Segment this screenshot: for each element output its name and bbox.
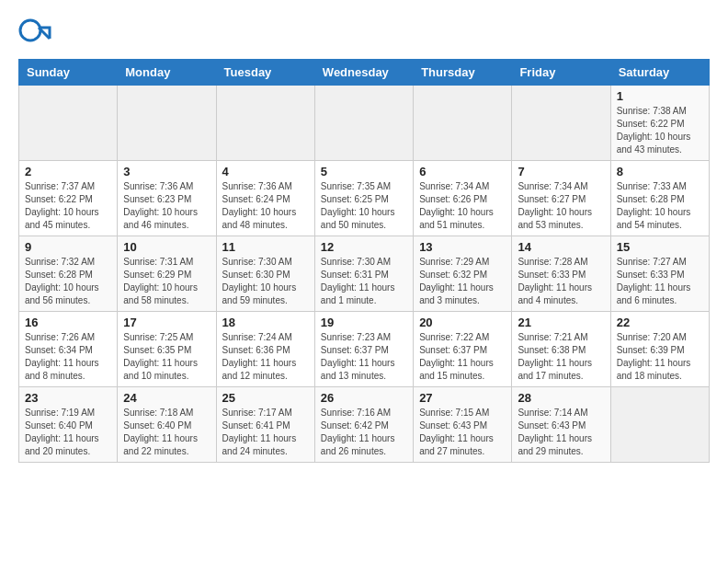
day-info: Sunrise: 7:35 AM Sunset: 6:25 PM Dayligh… — [321, 180, 407, 232]
day-info: Sunrise: 7:24 AM Sunset: 6:36 PM Dayligh… — [222, 331, 309, 383]
day-info: Sunrise: 7:25 AM Sunset: 6:35 PM Dayligh… — [123, 331, 210, 383]
day-info: Sunrise: 7:34 AM Sunset: 6:26 PM Dayligh… — [419, 180, 506, 232]
calendar-cell: 14Sunrise: 7:28 AM Sunset: 6:33 PM Dayli… — [512, 236, 610, 312]
day-info: Sunrise: 7:16 AM Sunset: 6:42 PM Dayligh… — [321, 407, 407, 458]
day-number: 25 — [222, 391, 309, 405]
weekday-header-saturday: Saturday — [610, 60, 709, 86]
day-number: 14 — [518, 240, 604, 254]
calendar-cell: 11Sunrise: 7:30 AM Sunset: 6:30 PM Dayli… — [216, 236, 314, 312]
day-info: Sunrise: 7:36 AM Sunset: 6:24 PM Dayligh… — [222, 180, 309, 232]
day-info: Sunrise: 7:15 AM Sunset: 6:43 PM Dayligh… — [419, 407, 506, 458]
calendar-cell: 21Sunrise: 7:21 AM Sunset: 6:38 PM Dayli… — [512, 312, 610, 387]
day-number: 20 — [419, 316, 506, 329]
day-number: 26 — [321, 391, 407, 405]
day-number: 2 — [25, 165, 111, 178]
calendar-week-5: 23Sunrise: 7:19 AM Sunset: 6:40 PM Dayli… — [19, 387, 710, 463]
calendar-cell: 24Sunrise: 7:18 AM Sunset: 6:40 PM Dayli… — [118, 387, 216, 463]
calendar-cell: 22Sunrise: 7:20 AM Sunset: 6:39 PM Dayli… — [610, 312, 709, 387]
calendar-cell: 10Sunrise: 7:31 AM Sunset: 6:29 PM Dayli… — [118, 236, 216, 312]
day-number: 4 — [222, 165, 309, 178]
day-info: Sunrise: 7:28 AM Sunset: 6:33 PM Dayligh… — [518, 256, 604, 307]
day-number: 1 — [617, 89, 703, 103]
calendar-cell: 17Sunrise: 7:25 AM Sunset: 6:35 PM Dayli… — [118, 312, 216, 387]
weekday-header-wednesday: Wednesday — [314, 60, 413, 86]
day-number: 21 — [518, 316, 604, 329]
calendar-cell: 5Sunrise: 7:35 AM Sunset: 6:25 PM Daylig… — [314, 161, 413, 236]
calendar-cell: 27Sunrise: 7:15 AM Sunset: 6:43 PM Dayli… — [414, 387, 512, 463]
svg-point-0 — [20, 20, 40, 40]
calendar-cell: 28Sunrise: 7:14 AM Sunset: 6:43 PM Dayli… — [512, 387, 610, 463]
day-info: Sunrise: 7:33 AM Sunset: 6:28 PM Dayligh… — [617, 180, 703, 232]
calendar-week-2: 2Sunrise: 7:37 AM Sunset: 6:22 PM Daylig… — [19, 161, 710, 236]
calendar-header: SundayMondayTuesdayWednesdayThursdayFrid… — [19, 60, 710, 86]
calendar-table: SundayMondayTuesdayWednesdayThursdayFrid… — [18, 59, 710, 463]
day-info: Sunrise: 7:36 AM Sunset: 6:23 PM Dayligh… — [123, 180, 210, 232]
calendar-cell: 1Sunrise: 7:38 AM Sunset: 6:22 PM Daylig… — [610, 86, 709, 161]
calendar-cell: 23Sunrise: 7:19 AM Sunset: 6:40 PM Dayli… — [19, 387, 118, 463]
day-info: Sunrise: 7:38 AM Sunset: 6:22 PM Dayligh… — [617, 105, 703, 156]
day-number: 24 — [123, 391, 210, 405]
calendar-cell — [216, 86, 314, 161]
day-info: Sunrise: 7:29 AM Sunset: 6:32 PM Dayligh… — [419, 256, 506, 307]
day-number: 23 — [25, 391, 111, 405]
day-number: 3 — [123, 165, 210, 178]
calendar-cell: 7Sunrise: 7:34 AM Sunset: 6:27 PM Daylig… — [512, 161, 610, 236]
calendar-cell: 8Sunrise: 7:33 AM Sunset: 6:28 PM Daylig… — [610, 161, 709, 236]
day-number: 5 — [321, 165, 407, 178]
calendar-cell — [19, 86, 118, 161]
calendar-cell — [414, 86, 512, 161]
weekday-header-tuesday: Tuesday — [216, 60, 314, 86]
day-info: Sunrise: 7:17 AM Sunset: 6:41 PM Dayligh… — [222, 407, 309, 458]
weekday-header-friday: Friday — [512, 60, 610, 86]
calendar-cell: 4Sunrise: 7:36 AM Sunset: 6:24 PM Daylig… — [216, 161, 314, 236]
day-info: Sunrise: 7:14 AM Sunset: 6:43 PM Dayligh… — [518, 407, 604, 458]
weekday-header-monday: Monday — [118, 60, 216, 86]
day-number: 16 — [25, 316, 111, 329]
day-info: Sunrise: 7:22 AM Sunset: 6:37 PM Dayligh… — [419, 331, 506, 383]
calendar-week-4: 16Sunrise: 7:26 AM Sunset: 6:34 PM Dayli… — [19, 312, 710, 387]
day-info: Sunrise: 7:18 AM Sunset: 6:40 PM Dayligh… — [123, 407, 210, 458]
calendar-cell: 3Sunrise: 7:36 AM Sunset: 6:23 PM Daylig… — [118, 161, 216, 236]
day-number: 7 — [518, 165, 604, 178]
calendar-week-1: 1Sunrise: 7:38 AM Sunset: 6:22 PM Daylig… — [19, 86, 710, 161]
day-number: 28 — [518, 391, 604, 405]
calendar-cell: 25Sunrise: 7:17 AM Sunset: 6:41 PM Dayli… — [216, 387, 314, 463]
day-number: 18 — [222, 316, 309, 329]
calendar-cell: 19Sunrise: 7:23 AM Sunset: 6:37 PM Dayli… — [314, 312, 413, 387]
calendar-cell: 18Sunrise: 7:24 AM Sunset: 6:36 PM Dayli… — [216, 312, 314, 387]
day-info: Sunrise: 7:31 AM Sunset: 6:29 PM Dayligh… — [123, 256, 210, 307]
day-number: 13 — [419, 240, 506, 254]
day-info: Sunrise: 7:32 AM Sunset: 6:28 PM Dayligh… — [25, 256, 111, 307]
calendar-cell — [118, 86, 216, 161]
day-number: 19 — [321, 316, 407, 329]
day-info: Sunrise: 7:37 AM Sunset: 6:22 PM Dayligh… — [25, 180, 111, 232]
day-number: 17 — [123, 316, 210, 329]
day-number: 12 — [321, 240, 407, 254]
day-number: 22 — [617, 316, 703, 329]
day-info: Sunrise: 7:21 AM Sunset: 6:38 PM Dayligh… — [518, 331, 604, 383]
calendar-cell: 9Sunrise: 7:32 AM Sunset: 6:28 PM Daylig… — [19, 236, 118, 312]
logo — [18, 18, 53, 52]
calendar-cell: 13Sunrise: 7:29 AM Sunset: 6:32 PM Dayli… — [414, 236, 512, 312]
calendar-cell: 6Sunrise: 7:34 AM Sunset: 6:26 PM Daylig… — [414, 161, 512, 236]
weekday-header-sunday: Sunday — [19, 60, 118, 86]
day-info: Sunrise: 7:19 AM Sunset: 6:40 PM Dayligh… — [25, 407, 111, 458]
day-number: 8 — [617, 165, 703, 178]
day-number: 11 — [222, 240, 309, 254]
day-number: 27 — [419, 391, 506, 405]
calendar-cell: 15Sunrise: 7:27 AM Sunset: 6:33 PM Dayli… — [610, 236, 709, 312]
calendar-cell: 26Sunrise: 7:16 AM Sunset: 6:42 PM Dayli… — [314, 387, 413, 463]
day-number: 10 — [123, 240, 210, 254]
day-info: Sunrise: 7:26 AM Sunset: 6:34 PM Dayligh… — [25, 331, 111, 383]
calendar-week-3: 9Sunrise: 7:32 AM Sunset: 6:28 PM Daylig… — [19, 236, 710, 312]
calendar-cell: 12Sunrise: 7:30 AM Sunset: 6:31 PM Dayli… — [314, 236, 413, 312]
logo-icon — [18, 18, 51, 52]
day-number: 6 — [419, 165, 506, 178]
weekday-header-thursday: Thursday — [414, 60, 512, 86]
day-info: Sunrise: 7:30 AM Sunset: 6:30 PM Dayligh… — [222, 256, 309, 307]
day-info: Sunrise: 7:27 AM Sunset: 6:33 PM Dayligh… — [617, 256, 703, 307]
day-number: 9 — [25, 240, 111, 254]
calendar-cell — [610, 387, 709, 463]
day-info: Sunrise: 7:34 AM Sunset: 6:27 PM Dayligh… — [518, 180, 604, 232]
page-header — [18, 18, 710, 52]
